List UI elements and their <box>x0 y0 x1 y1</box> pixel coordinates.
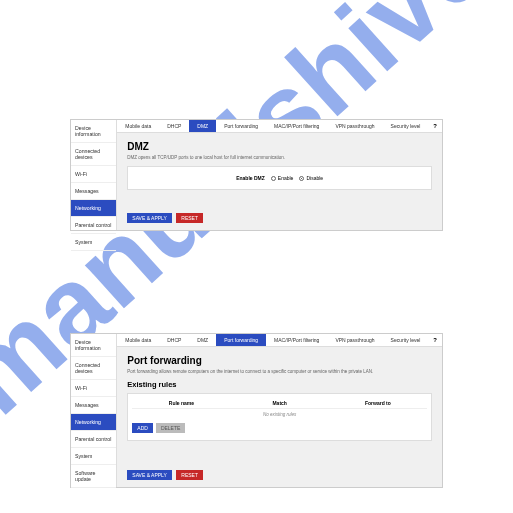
action-bar: SAVE & APPLY RESET <box>117 206 442 230</box>
col-match: Match <box>231 400 329 406</box>
tab-mobile-data[interactable]: Mobile data <box>117 334 159 346</box>
sidebar-item-device-info[interactable]: Device information <box>71 120 116 143</box>
sidebar-item-parental[interactable]: Parental control <box>71 217 116 234</box>
tab-bar: Mobile data DHCP DMZ Port forwarding MAC… <box>117 120 442 133</box>
delete-button[interactable]: DELETE <box>156 423 185 433</box>
sidebar-item-system[interactable]: System <box>71 234 116 251</box>
page-desc: Port forwarding allows remote computers … <box>127 369 432 374</box>
sidebar-item-networking[interactable]: Networking <box>71 414 116 431</box>
tab-mac-ip-filter[interactable]: MAC/IP/Port filtering <box>266 334 327 346</box>
tab-dhcp[interactable]: DHCP <box>159 120 189 132</box>
dmz-panel: Device information Connected devices Wi-… <box>70 119 443 231</box>
empty-state: No existing rules <box>132 409 427 420</box>
tab-security[interactable]: Security level <box>383 334 429 346</box>
port-forwarding-panel: Device information Connected devices Wi-… <box>70 333 443 488</box>
help-icon[interactable]: ? <box>428 121 442 131</box>
sidebar-item-parental[interactable]: Parental control <box>71 431 116 448</box>
content: Port forwarding Port forwarding allows r… <box>117 347 442 463</box>
sidebar-item-messages[interactable]: Messages <box>71 183 116 200</box>
tab-vpn[interactable]: VPN passthrough <box>327 120 382 132</box>
form-box: Enable DMZ Enable Disable <box>127 166 432 190</box>
tab-port-forwarding[interactable]: Port forwarding <box>216 334 266 346</box>
tab-mac-ip-filter[interactable]: MAC/IP/Port filtering <box>266 120 327 132</box>
page-desc: DMZ opens all TCP/UDP ports to one local… <box>127 155 432 160</box>
action-bar: SAVE & APPLY RESET <box>117 463 442 487</box>
save-button[interactable]: SAVE & APPLY <box>127 470 172 480</box>
sidebar-item-connected[interactable]: Connected devices <box>71 357 116 380</box>
page-title: Port forwarding <box>127 355 432 366</box>
tab-vpn[interactable]: VPN passthrough <box>327 334 382 346</box>
radio-enable[interactable]: Enable <box>271 175 294 181</box>
tab-dhcp[interactable]: DHCP <box>159 334 189 346</box>
sidebar: Device information Connected devices Wi-… <box>71 334 117 487</box>
tab-mobile-data[interactable]: Mobile data <box>117 120 159 132</box>
tab-bar: Mobile data DHCP DMZ Port forwarding MAC… <box>117 334 442 347</box>
main-area: Mobile data DHCP DMZ Port forwarding MAC… <box>117 120 442 230</box>
main-area: Mobile data DHCP DMZ Port forwarding MAC… <box>117 334 442 487</box>
sidebar-item-connected[interactable]: Connected devices <box>71 143 116 166</box>
sidebar-item-messages[interactable]: Messages <box>71 397 116 414</box>
reset-button[interactable]: RESET <box>176 470 203 480</box>
col-forward-to: Forward to <box>329 400 427 406</box>
tab-dmz[interactable]: DMZ <box>189 120 216 132</box>
page-title: DMZ <box>127 141 432 152</box>
add-button[interactable]: ADD <box>132 423 153 433</box>
save-button[interactable]: SAVE & APPLY <box>127 213 172 223</box>
sidebar-item-wifi[interactable]: Wi-Fi <box>71 166 116 183</box>
tab-port-forwarding[interactable]: Port forwarding <box>216 120 266 132</box>
col-rule-name: Rule name <box>132 400 230 406</box>
sidebar-item-device-info[interactable]: Device information <box>71 334 116 357</box>
sidebar-item-system[interactable]: System <box>71 448 116 465</box>
content: DMZ DMZ opens all TCP/UDP ports to one l… <box>117 133 442 206</box>
tab-dmz[interactable]: DMZ <box>189 334 216 346</box>
tab-security[interactable]: Security level <box>383 120 429 132</box>
sidebar-item-software-update[interactable]: Software update <box>71 465 116 488</box>
help-icon[interactable]: ? <box>428 335 442 345</box>
rules-table: Rule name Match Forward to No existing r… <box>127 393 432 441</box>
sidebar-item-wifi[interactable]: Wi-Fi <box>71 380 116 397</box>
radio-disable[interactable]: Disable <box>299 175 323 181</box>
reset-button[interactable]: RESET <box>176 213 203 223</box>
sidebar-item-networking[interactable]: Networking <box>71 200 116 217</box>
enable-dmz-label: Enable DMZ <box>236 175 265 181</box>
existing-rules-heading: Existing rules <box>127 380 432 389</box>
sidebar: Device information Connected devices Wi-… <box>71 120 117 230</box>
